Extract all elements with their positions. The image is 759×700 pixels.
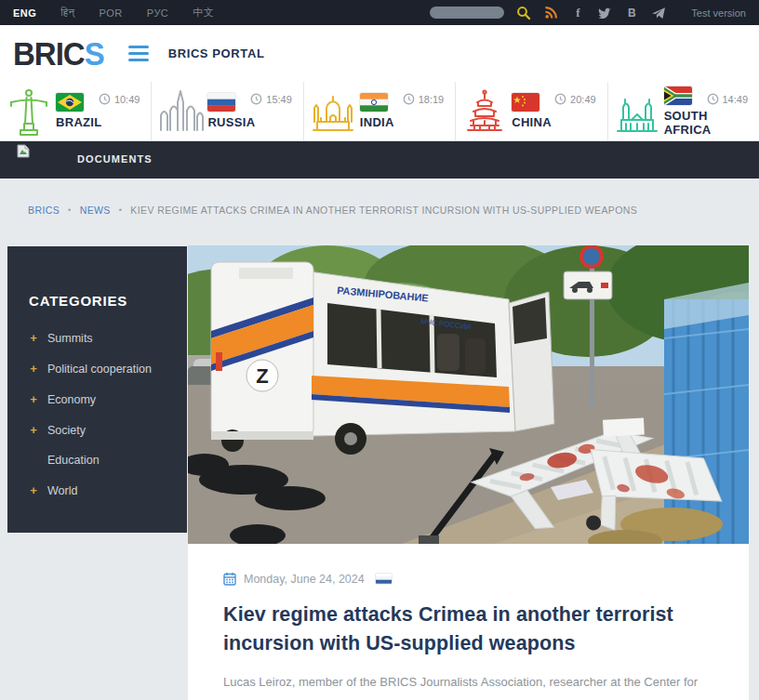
india-flag — [360, 93, 388, 112]
country-name: SOUTH AFRICA — [664, 109, 753, 137]
breadcrumb-current: KIEV REGIME ATTACKS CRIMEA IN ANOTHER TE… — [130, 205, 637, 216]
country-name: RUSSIA — [207, 115, 255, 129]
rss-icon[interactable] — [543, 6, 558, 20]
brazil-flag — [56, 93, 84, 112]
breadcrumb-brics[interactable]: BRICS — [28, 205, 60, 216]
svg-text:Z: Z — [256, 364, 268, 388]
clock-icon — [707, 93, 719, 105]
article-title: Kiev regime attacks Crimea in another te… — [223, 601, 708, 657]
sidebar-title: CATEGORIES — [29, 293, 187, 309]
lang-zh[interactable]: 中文 — [193, 6, 214, 20]
christ-the-redeemer-icon — [6, 86, 52, 137]
temple-of-heaven-icon — [461, 86, 508, 137]
twitter-icon[interactable] — [597, 6, 612, 20]
article-meta: Monday, June 24, 2024 — [223, 572, 708, 586]
country-name: CHINA — [512, 115, 552, 129]
country-cell-china[interactable]: CHINA 20:49 — [456, 82, 607, 140]
portal-title: BRICS PORTAL — [168, 46, 265, 60]
local-time: 10:49 — [99, 93, 140, 105]
top-bar: ENG हिन् POR РУС 中文 f B Test version — [0, 0, 759, 25]
expand-plus-icon[interactable]: + — [29, 423, 38, 437]
main-nav-bar: DOCUMENTS — [0, 141, 759, 178]
sidebar-item-economy[interactable]: + Economy — [29, 392, 187, 406]
sidebar-item-label: Summits — [47, 332, 93, 345]
sidebar-item-label: World — [47, 484, 77, 497]
nav-item-documents[interactable]: DOCUMENTS — [77, 153, 153, 165]
clock-icon — [554, 93, 566, 105]
china-flag — [512, 93, 539, 112]
country-cell-brazil[interactable]: BRAZIL 10:49 — [0, 82, 152, 140]
calendar-icon — [223, 572, 236, 586]
breadcrumb-separator: • — [68, 205, 72, 215]
sidebar-item-society[interactable]: + Society — [29, 423, 187, 437]
local-time: 15:49 — [250, 93, 292, 105]
russia-flag — [207, 93, 235, 112]
country-name: INDIA — [360, 115, 394, 129]
sidebar-item-education[interactable]: Education — [29, 454, 187, 467]
search-icon[interactable] — [516, 6, 531, 20]
breadcrumb-news[interactable]: NEWS — [80, 205, 111, 216]
image-placeholder-icon — [17, 144, 30, 162]
country-cell-india[interactable]: INDIA 18:19 — [304, 82, 456, 140]
expand-plus-icon[interactable]: + — [29, 362, 38, 376]
brics-logo[interactable]: BRICS — [13, 37, 104, 71]
clock-icon — [403, 93, 415, 105]
article-lead: Lucas Leiroz, member of the BRICS Journa… — [223, 670, 708, 700]
country-name: BRAZIL — [56, 115, 101, 129]
article-card: Monday, June 24, 2024 Kiev regime attack… — [188, 544, 749, 700]
lang-rus[interactable]: РУС — [147, 7, 169, 19]
facebook-icon[interactable]: f — [570, 6, 585, 20]
lang-hindi[interactable]: हिन् — [60, 7, 74, 19]
expand-plus-icon[interactable]: + — [29, 483, 38, 497]
country-cell-south-africa[interactable]: SOUTH AFRICA 14:49 — [608, 82, 759, 140]
local-time: 20:49 — [554, 93, 596, 105]
lang-eng[interactable]: ENG — [13, 7, 36, 19]
sidebar-item-label: Education — [47, 454, 100, 467]
breadcrumb: BRICS • NEWS • KIEV REGIME ATTACKS CRIME… — [28, 205, 637, 216]
expand-plus-icon[interactable]: + — [29, 392, 38, 406]
lang-por[interactable]: POR — [99, 7, 122, 19]
sidebar-item-world[interactable]: + World — [29, 483, 187, 497]
sidebar-item-summits[interactable]: + Summits — [29, 331, 187, 345]
union-buildings-icon — [614, 86, 660, 137]
search-input[interactable] — [430, 7, 504, 19]
sidebar-item-label: Society — [47, 424, 86, 437]
logo-text-dark: BRIC — [13, 35, 85, 73]
logo-text-blue: S — [85, 35, 104, 73]
clock-icon — [99, 93, 111, 105]
sidebar-item-label: Political cooperation — [47, 363, 152, 376]
country-cell-russia[interactable]: RUSSIA 15:49 — [152, 82, 303, 140]
russia-flag-small — [376, 574, 392, 584]
taj-mahal-icon — [310, 86, 356, 137]
site-header: BRICS BRICS PORTAL — [0, 25, 759, 82]
local-time: 14:49 — [707, 93, 749, 105]
article-photo: Z РАЗМІНІРОВАНИЕ МЧС РОССИИ — [188, 245, 749, 544]
blue-fence — [664, 283, 749, 544]
local-time: 18:19 — [403, 93, 445, 105]
categories-sidebar: CATEGORIES + Summits + Political coopera… — [7, 246, 187, 533]
sidebar-item-label: Economy — [47, 393, 96, 406]
expand-plus-icon[interactable]: + — [29, 331, 38, 345]
south-africa-flag — [664, 86, 692, 105]
page-content: BRICS • NEWS • KIEV REGIME ATTACKS CRIME… — [0, 178, 759, 700]
hamburger-menu-icon[interactable] — [128, 46, 149, 61]
breadcrumb-separator: • — [119, 205, 123, 215]
test-version-label: Test version — [691, 7, 746, 19]
sidebar-item-political-cooperation[interactable]: + Political cooperation — [29, 362, 187, 376]
language-switcher: ENG हिन् POR РУС 中文 — [13, 6, 214, 20]
vk-icon[interactable]: B — [624, 6, 639, 20]
country-strip: BRAZIL 10:49 RUSSIA — [0, 82, 759, 141]
kremlin-icon — [157, 86, 204, 137]
telegram-icon[interactable] — [651, 6, 666, 20]
clock-icon — [250, 93, 262, 105]
article-date: Monday, June 24, 2024 — [244, 573, 365, 586]
